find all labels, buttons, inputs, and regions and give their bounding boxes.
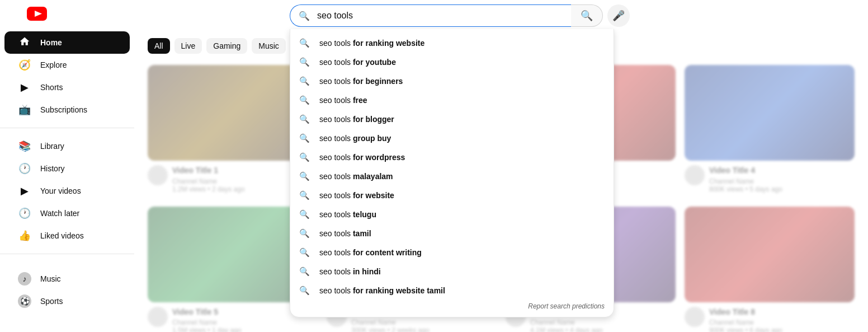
autocomplete-search-icon: 🔍 — [299, 190, 310, 200]
autocomplete-item-text: seo tools for ranking website — [319, 39, 605, 48]
autocomplete-search-icon: 🔍 — [299, 286, 310, 296]
sidebar-item-sports[interactable]: ⚽ Sports — [4, 290, 130, 312]
music-avatar: ♪ — [18, 272, 31, 286]
sidebar-item-shorts[interactable]: ▶Shorts — [4, 76, 130, 99]
video-stats: 4.1M views • 4 days ago — [530, 326, 676, 332]
sidebar-item-label: Library — [40, 142, 64, 151]
sidebar-item-label: Home — [40, 38, 62, 47]
autocomplete-item[interactable]: 🔍 seo tools telugu — [290, 205, 614, 224]
channel-name: Channel Name — [530, 319, 676, 326]
watch-later-icon: 🕐 — [18, 207, 31, 219]
hamburger-menu[interactable] — [9, 11, 18, 20]
sidebar-item-subscriptions[interactable]: 📺Subscriptions — [4, 99, 130, 121]
search-input[interactable] — [290, 4, 571, 27]
channel-name: Channel Name — [351, 319, 497, 326]
sidebar-main-nav: Home🧭Explore▶Shorts📺Subscriptions — [0, 31, 134, 121]
sidebar-item-home[interactable]: Home — [4, 31, 130, 54]
sidebar-divider-1 — [0, 128, 134, 128]
sidebar-item-history[interactable]: 🕐History — [4, 157, 130, 180]
autocomplete-search-icon: 🔍 — [299, 228, 310, 239]
thumbnail-image — [685, 207, 855, 302]
subscriptions-section-title — [0, 261, 134, 268]
channel-name: Channel Name — [709, 319, 855, 326]
filter-chip-live[interactable]: Live — [174, 38, 202, 54]
video-stats: 800K views • 5 days ago — [709, 185, 855, 193]
autocomplete-item[interactable]: 🔍 seo tools for blogger — [290, 110, 614, 129]
history-icon: 🕐 — [18, 162, 31, 175]
autocomplete-item-text: seo tools for ranking website tamil — [319, 286, 605, 295]
autocomplete-search-icon: 🔍 — [299, 266, 310, 277]
liked-videos-icon: 👍 — [18, 230, 31, 242]
shorts-icon: ▶ — [18, 81, 31, 93]
autocomplete-item[interactable]: 🔍 seo tools in hindi — [290, 262, 614, 281]
autocomplete-search-icon: 🔍 — [299, 171, 310, 181]
sports-avatar: ⚽ — [18, 294, 31, 308]
autocomplete-search-icon: 🔍 — [299, 95, 310, 105]
sidebar-item-music[interactable]: ♪ Music — [4, 268, 130, 290]
autocomplete-search-icon: 🔍 — [299, 247, 310, 258]
sidebar-item-watch-later[interactable]: 🕐Watch later — [4, 202, 130, 225]
autocomplete-item-text: seo tools free — [319, 96, 605, 105]
thumbnail-image — [685, 65, 855, 161]
youtube-logo-icon — [27, 7, 47, 25]
search-clear-button[interactable] — [581, 4, 603, 27]
autocomplete-item-text: seo tools malayalam — [319, 172, 605, 181]
video-stats: 1.5M views • 1 day ago — [172, 326, 318, 332]
autocomplete-item[interactable]: 🔍 seo tools group buy — [290, 129, 614, 148]
sidebar-item-label: History — [40, 164, 65, 173]
sidebar-item-label: Watch later — [40, 209, 79, 218]
autocomplete-item[interactable]: 🔍 seo tools for youtube — [290, 53, 614, 72]
autocomplete-item[interactable]: 🔍 seo tools for wordpress — [290, 148, 614, 167]
sidebar-item-label: Music — [40, 274, 61, 283]
search-bar-container: 🔍 🔍 🔍 seo tools for ranking website 🔍 se… — [290, 4, 603, 27]
autocomplete-dropdown: 🔍 seo tools for ranking website 🔍 seo to… — [290, 29, 614, 317]
sidebar-item-your-videos[interactable]: ▶Your videos — [4, 180, 130, 202]
sidebar-item-label: Subscriptions — [40, 105, 87, 114]
search-input-icon: 🔍 — [299, 11, 310, 21]
youtube-logo[interactable] — [27, 7, 51, 25]
autocomplete-search-icon: 🔍 — [299, 133, 310, 143]
autocomplete-item[interactable]: 🔍 seo tools tamil — [290, 224, 614, 243]
channel-name: Channel Name — [172, 319, 318, 326]
filter-chip-gaming[interactable]: Gaming — [206, 38, 247, 54]
channel-name: Channel Name — [709, 177, 855, 185]
your-videos-icon: ▶ — [18, 185, 31, 197]
sidebar-subscriptions-nav: ♪ Music ⚽ Sports — [0, 268, 134, 312]
autocomplete-item[interactable]: 🔍 seo tools for ranking website tamil — [290, 281, 614, 300]
filter-chip-music[interactable]: Music — [252, 38, 286, 54]
autocomplete-item[interactable]: 🔍 seo tools for ranking website — [290, 34, 614, 53]
sidebar-item-library[interactable]: 📚Library — [4, 135, 130, 157]
autocomplete-search-icon: 🔍 — [299, 38, 310, 48]
channel-avatar — [148, 307, 168, 327]
autocomplete-search-icon: 🔍 — [299, 209, 310, 219]
autocomplete-item[interactable]: 🔍 seo tools malayalam — [290, 167, 614, 186]
sidebar-item-label: Your videos — [40, 186, 81, 195]
explore-icon: 🧭 — [18, 59, 31, 71]
autocomplete-item-text: seo tools tamil — [319, 229, 605, 238]
sidebar-divider-2 — [0, 254, 134, 254]
video-info: Video Title 4 Channel Name 800K views • … — [685, 161, 855, 198]
home-icon — [18, 36, 31, 50]
autocomplete-item[interactable]: 🔍 seo tools for beginners — [290, 72, 614, 91]
mic-icon: 🎤 — [612, 10, 625, 22]
video-title: Video Title 8 — [709, 307, 855, 318]
autocomplete-item[interactable]: 🔍 seo tools for website — [290, 186, 614, 205]
filter-chip-all[interactable]: All — [148, 38, 170, 54]
channel-avatar — [685, 307, 705, 327]
autocomplete-item[interactable]: 🔍 seo tools for content writing — [290, 243, 614, 262]
sidebar-library-nav: 📚Library🕐History▶Your videos🕐Watch later… — [0, 135, 134, 247]
channel-avatar — [148, 165, 168, 185]
voice-search-button[interactable]: 🎤 — [607, 4, 630, 27]
sidebar-item-label: Shorts — [40, 83, 63, 92]
autocomplete-item[interactable]: 🔍 seo tools free — [290, 91, 614, 110]
video-title: Video Title 4 — [709, 165, 855, 176]
autocomplete-item-text: seo tools for content writing — [319, 248, 605, 257]
sidebar: Home🧭Explore▶Shorts📺Subscriptions 📚Libra… — [0, 0, 134, 332]
sidebar-item-explore[interactable]: 🧭Explore — [4, 54, 130, 76]
autocomplete-search-icon: 🔍 — [299, 57, 310, 67]
video-card[interactable]: Video Title 8 Channel Name 900K views • … — [685, 207, 855, 332]
video-card[interactable]: Video Title 4 Channel Name 800K views • … — [685, 65, 855, 198]
autocomplete-item-text: seo tools for youtube — [319, 58, 605, 67]
report-predictions-link[interactable]: Report search predictions — [290, 300, 614, 315]
sidebar-item-liked-videos[interactable]: 👍Liked videos — [4, 225, 130, 247]
